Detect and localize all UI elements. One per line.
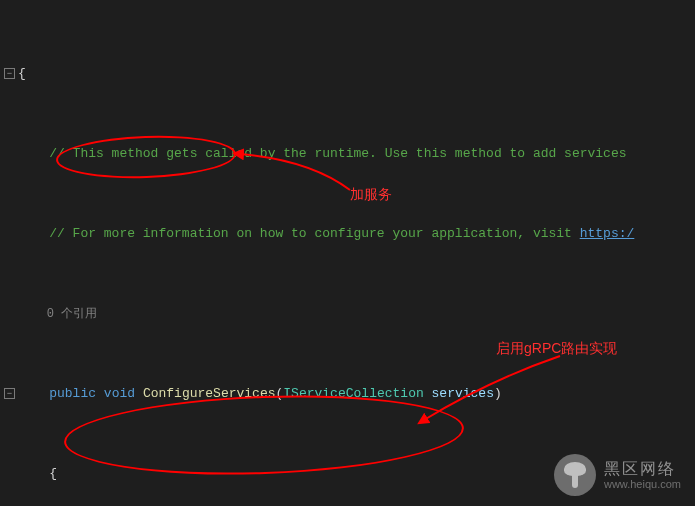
- reference-count[interactable]: 0 个引用: [0, 304, 695, 324]
- fold-toggle-icon[interactable]: −: [4, 388, 15, 399]
- code-line: −{: [0, 64, 695, 84]
- code-line: // For more information on how to config…: [0, 224, 695, 244]
- code-line: // This method gets called by the runtim…: [0, 144, 695, 164]
- code-editor[interactable]: −{ // This method gets called by the run…: [0, 0, 695, 506]
- fold-toggle-icon[interactable]: −: [4, 68, 15, 79]
- doc-link[interactable]: https:/: [580, 226, 635, 241]
- code-line: {: [0, 464, 695, 484]
- code-line: − public void ConfigureServices(IService…: [0, 384, 695, 404]
